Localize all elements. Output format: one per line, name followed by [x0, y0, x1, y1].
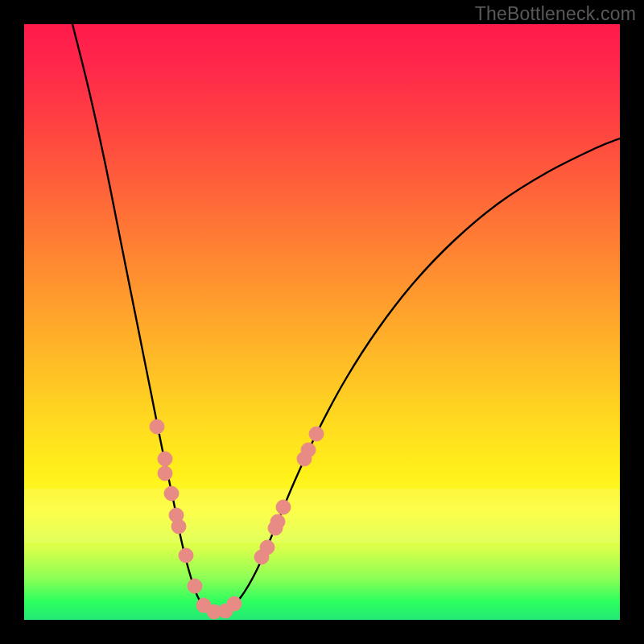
watermark-text: TheBottleneck.com: [475, 3, 636, 25]
curve-right-branch: [216, 138, 620, 613]
marker-dots: [150, 419, 324, 619]
chart-stage: TheBottleneck.com: [0, 0, 644, 644]
curve-overlay: [24, 24, 620, 620]
marker-dot: [188, 579, 202, 593]
marker-dot: [150, 419, 164, 434]
marker-dot: [179, 548, 193, 563]
marker-dot: [309, 427, 324, 441]
marker-dot: [158, 452, 172, 466]
marker-dot: [158, 466, 172, 481]
marker-dot: [171, 519, 186, 534]
marker-dot: [276, 500, 291, 514]
marker-dot: [260, 540, 275, 555]
marker-dot: [301, 443, 316, 457]
marker-dot: [270, 514, 285, 529]
curve-left-branch: [72, 24, 216, 613]
plot-area: [24, 24, 620, 620]
marker-dot: [164, 486, 179, 501]
marker-dot: [227, 597, 242, 611]
